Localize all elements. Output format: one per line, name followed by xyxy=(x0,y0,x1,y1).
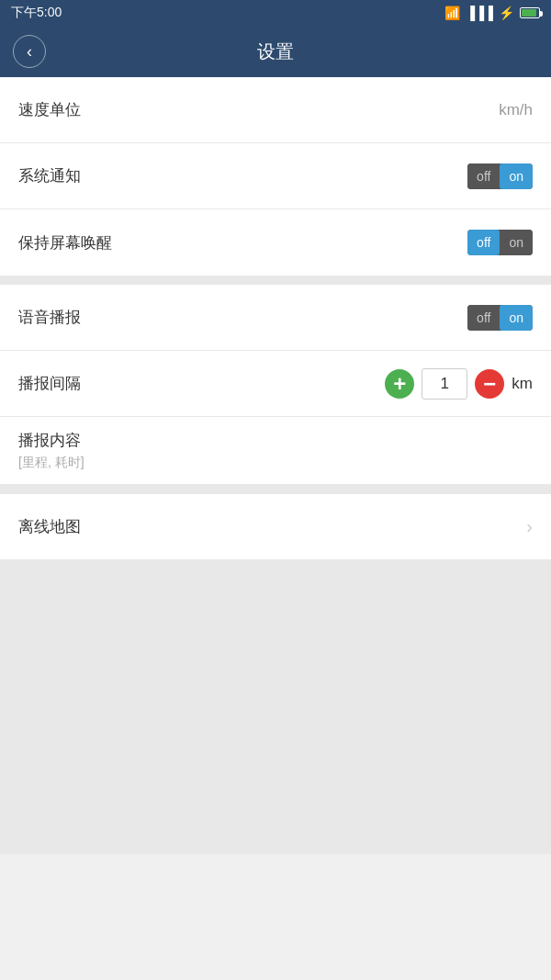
keep-screen-off-label: off xyxy=(467,230,500,255)
back-button[interactable]: ‹ xyxy=(13,35,46,68)
bolt-icon: ⚡ xyxy=(499,6,514,20)
status-icons: 📶 ▐▐▐ ⚡ xyxy=(444,6,540,20)
keep-screen-on-label: on xyxy=(500,230,533,255)
decrement-button[interactable]: − xyxy=(475,369,504,399)
voice-broadcast-toggle[interactable]: off on xyxy=(467,305,533,331)
system-notification-row: 系统通知 off on xyxy=(0,143,551,209)
system-notification-label: 系统通知 xyxy=(18,165,81,186)
broadcast-content-sub: [里程, 耗时] xyxy=(18,455,533,471)
voice-off-label: off xyxy=(467,305,500,331)
section-general: 速度单位 km/h 系统通知 off on 保持屏幕唤醒 off on xyxy=(0,77,551,276)
speed-unit-row[interactable]: 速度单位 km/h xyxy=(0,77,551,143)
keep-screen-awake-row: 保持屏幕唤醒 off on xyxy=(0,209,551,276)
status-bar: 下午5:00 📶 ▐▐▐ ⚡ xyxy=(0,0,551,26)
bottom-area xyxy=(0,560,551,854)
broadcast-interval-label: 播报间隔 xyxy=(18,373,81,394)
offline-map-arrow: › xyxy=(526,516,533,537)
broadcast-content-row[interactable]: 播报内容 [里程, 耗时] xyxy=(0,417,551,485)
back-icon: ‹ xyxy=(27,42,32,62)
section-offline: 离线地图 › xyxy=(0,494,551,560)
offline-map-row[interactable]: 离线地图 › xyxy=(0,494,551,560)
broadcast-interval-row: 播报间隔 + − km xyxy=(0,351,551,417)
voice-broadcast-row: 语音播报 off on xyxy=(0,285,551,351)
interval-input[interactable] xyxy=(422,368,467,400)
settings-content: 速度单位 km/h 系统通知 off on 保持屏幕唤醒 off on 语音播报 xyxy=(0,77,551,560)
offline-map-label: 离线地图 xyxy=(18,516,81,537)
keep-screen-label: 保持屏幕唤醒 xyxy=(18,232,112,253)
wifi-icon: 📶 xyxy=(444,6,460,20)
voice-on-label: on xyxy=(500,305,533,331)
interval-unit: km xyxy=(512,375,533,393)
signal-icon: ▐▐▐ xyxy=(466,6,493,20)
time-label: 下午5:00 xyxy=(11,5,62,21)
speed-unit-value: km/h xyxy=(499,101,533,119)
speed-unit-label: 速度单位 xyxy=(18,99,81,120)
toggle-off-label: off xyxy=(467,163,500,189)
battery-icon xyxy=(520,7,540,18)
section-voice: 语音播报 off on 播报间隔 + − km 播报内容 [里程, 耗时] xyxy=(0,285,551,485)
increment-button[interactable]: + xyxy=(385,369,414,399)
broadcast-content-label: 播报内容 xyxy=(18,430,533,451)
broadcast-interval-stepper: + − km xyxy=(385,368,533,400)
keep-screen-toggle[interactable]: off on xyxy=(467,230,533,255)
system-notification-toggle[interactable]: off on xyxy=(467,163,533,189)
toggle-on-label: on xyxy=(500,163,533,189)
voice-broadcast-label: 语音播报 xyxy=(18,307,81,328)
section-divider-2 xyxy=(0,485,551,494)
page-title: 设置 xyxy=(257,39,294,64)
section-divider-1 xyxy=(0,276,551,285)
top-navigation: ‹ 设置 xyxy=(0,26,551,77)
